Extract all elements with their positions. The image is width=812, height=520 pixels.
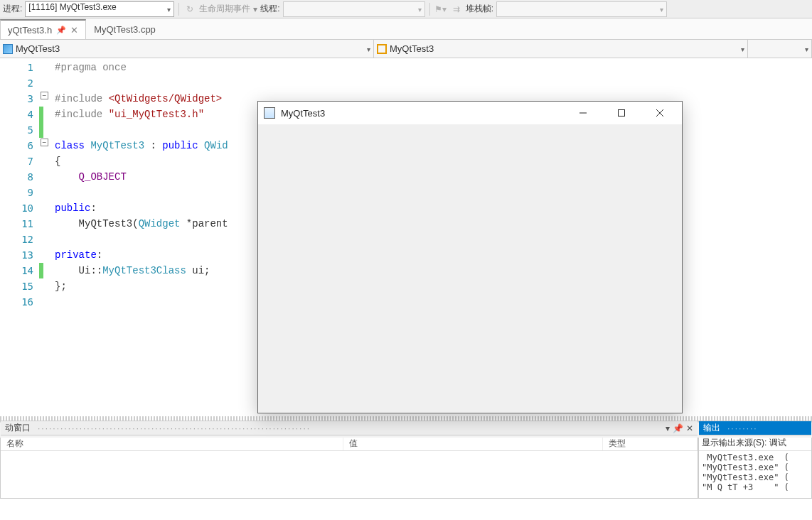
tab-header-file[interactable]: yQtTest3.h 📌 ✕ (0, 19, 86, 39)
process-label: 进程: (3, 3, 22, 15)
app-titlebar[interactable]: MyQtTest3 (258, 102, 682, 124)
bottom-tool-windows: 动窗口 ····································… (0, 421, 812, 499)
tab-cpp-file[interactable]: MyQtTest3.cpp (86, 19, 164, 39)
app-title: MyQtTest3 (281, 108, 561, 119)
flag-icon: ⚑▾ (434, 3, 447, 16)
threads-icon: ⇉ (450, 3, 463, 16)
output-source-dropdown[interactable]: 调试 (769, 437, 786, 449)
autos-pane: 动窗口 ····································… (0, 421, 698, 499)
output-pane: 输出 ········ 显示输出来源(S): 调试 MyQtTest3.exe … (698, 421, 812, 499)
close-icon[interactable]: ✕ (70, 25, 78, 36)
svg-rect-1 (619, 110, 625, 117)
output-source-label: 显示输出来源(S): (702, 437, 766, 449)
change-marker (39, 263, 43, 278)
class-icon (377, 44, 387, 54)
process-dropdown[interactable]: [11116] MyQtTest3.exe (25, 1, 174, 17)
scope-dropdown[interactable]: MyQtTest3 ▾ (0, 40, 374, 58)
output-source-row: 显示输出来源(S): 调试 (699, 435, 811, 451)
autos-pane-title: 动窗口 ····································… (1, 421, 698, 435)
project-icon (3, 44, 13, 54)
code-nav-bar: MyQtTest3 ▾ MyQtTest3 ▾ ▾ (0, 40, 812, 58)
col-name[interactable]: 名称 (1, 435, 343, 450)
minimize-button[interactable] (567, 102, 599, 124)
autos-columns: 名称 值 类型 (1, 435, 698, 451)
function-dropdown[interactable]: ▾ (748, 40, 812, 58)
running-app-window[interactable]: MyQtTest3 (257, 101, 683, 413)
thread-label: 线程: (260, 3, 279, 15)
app-icon (264, 107, 275, 119)
close-button[interactable] (643, 102, 676, 124)
pin-icon[interactable]: 📌 (56, 26, 66, 35)
fold-toggle[interactable]: − (41, 92, 48, 99)
fold-gutter: − − (39, 58, 55, 416)
lifecycle-caret: ▾ (253, 4, 257, 14)
member-dropdown[interactable]: MyQtTest3 ▾ (374, 40, 748, 58)
pin-icon[interactable]: 📌 (673, 423, 683, 433)
separator (429, 3, 430, 16)
output-pane-title: 输出 ········ (699, 421, 811, 435)
col-value[interactable]: 值 (343, 435, 603, 450)
debug-toolbar: 进程: [11116] MyQtTest3.exe ↻ 生命周期事件 ▾ 线程:… (0, 0, 812, 18)
thread-dropdown[interactable] (283, 1, 425, 17)
lifecycle-label: 生命周期事件 (199, 3, 250, 15)
separator (178, 3, 179, 16)
maximize-button[interactable] (605, 102, 638, 124)
close-icon[interactable]: ✕ (686, 423, 693, 433)
output-text[interactable]: MyQtTest3.exe ( "MyQtTest3.exe" ( "MyQtT… (699, 451, 811, 498)
stackframe-dropdown[interactable] (496, 1, 667, 17)
stackframe-label: 堆栈帧: (466, 3, 493, 15)
fold-toggle[interactable]: − (41, 139, 48, 146)
dropdown-icon[interactable]: ▾ (666, 423, 670, 433)
document-tabstrip: yQtTest3.h 📌 ✕ MyQtTest3.cpp (0, 18, 812, 40)
recycle-icon: ↻ (183, 3, 196, 16)
col-type[interactable]: 类型 (603, 435, 698, 450)
change-marker (39, 107, 43, 138)
app-client-area[interactable] (258, 124, 682, 413)
line-number-gutter: 12345678 910111213141516 (0, 58, 39, 416)
